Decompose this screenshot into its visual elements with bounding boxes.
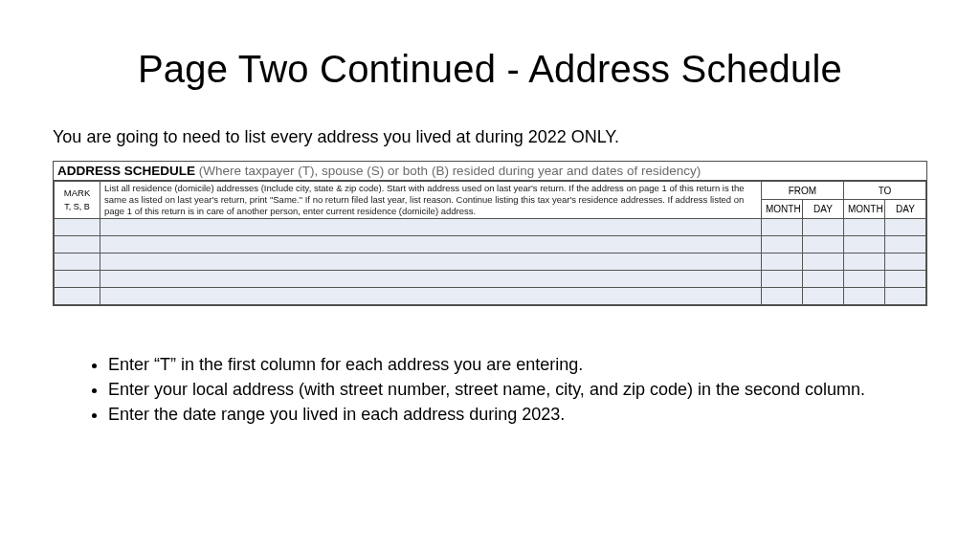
list-item: Enter your local address (with street nu… — [108, 377, 927, 402]
address-schedule-table: MARK T, S, B List all residence (domicil… — [54, 181, 926, 305]
list-item: Enter the date range you lived in each a… — [108, 402, 927, 427]
description-instructions: List all residence (domicile) addresses … — [104, 183, 757, 217]
table-row — [55, 287, 926, 304]
col-header-mark: MARK T, S, B — [55, 182, 100, 219]
table-row — [55, 235, 926, 253]
col-header-from: FROM — [761, 182, 843, 200]
intro-text: You are going to need to list every addr… — [53, 127, 927, 147]
table-row — [55, 270, 926, 287]
table-row — [55, 253, 926, 270]
instruction-list: Enter “T” in the first column for each a… — [53, 352, 927, 427]
col-header-from-month: MONTH — [761, 200, 802, 218]
table-row — [55, 218, 926, 235]
schedule-heading: ADDRESS SCHEDULE (Where taxpayer (T), sp… — [54, 162, 926, 181]
schedule-heading-strong: ADDRESS SCHEDULE — [57, 164, 195, 178]
col-header-to: TO — [844, 182, 926, 200]
list-item: Enter “T” in the first column for each a… — [108, 352, 927, 377]
address-schedule-box: ADDRESS SCHEDULE (Where taxpayer (T), sp… — [53, 161, 927, 306]
col-header-to-day: DAY — [885, 200, 926, 218]
col-header-from-day: DAY — [802, 200, 843, 218]
mark-label-bottom: T, S, B — [58, 202, 96, 211]
schedule-heading-paren: (Where taxpayer (T), spouse (S) or both … — [199, 164, 701, 178]
page-title: Page Two Continued - Address Schedule — [53, 48, 927, 91]
mark-label-top: MARK — [58, 187, 96, 198]
col-header-to-month: MONTH — [844, 200, 885, 218]
col-header-description: List all residence (domicile) addresses … — [100, 182, 762, 219]
